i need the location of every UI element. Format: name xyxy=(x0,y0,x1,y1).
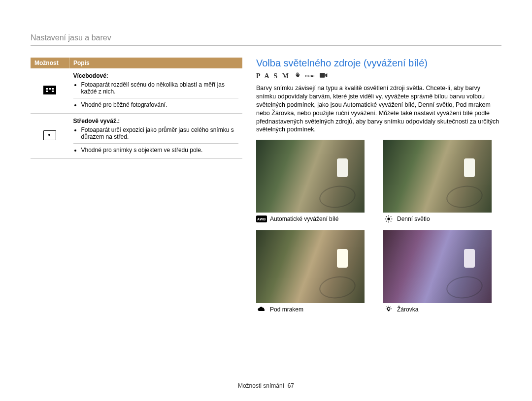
svg-point-1 xyxy=(387,218,390,220)
sample-cloud: Pod mrakem xyxy=(256,230,374,313)
opt-title: Vícebodové: xyxy=(73,72,108,79)
hand-icon xyxy=(294,72,301,80)
body-text: Barvy snímku závisejí na typu a kvalitě … xyxy=(256,84,501,134)
multi-metering-icon xyxy=(43,86,56,94)
sample-preview xyxy=(256,140,365,213)
opt-bullet: Vhodné pro snímky s objektem ve středu p… xyxy=(81,147,239,154)
table-row: Středově vyváž.: Fotoaparát určí expozic… xyxy=(31,114,242,159)
page-footer: Možnosti snímání 67 xyxy=(0,382,532,389)
svg-line-16 xyxy=(390,307,391,307)
sample-preview xyxy=(256,230,365,303)
center-metering-icon xyxy=(43,130,56,140)
svg-point-10 xyxy=(387,308,390,310)
sample-preview xyxy=(383,140,492,213)
awb-icon: AWB xyxy=(256,216,267,222)
bulb-icon xyxy=(383,306,394,313)
opt-bullet: Fotoaparát určí expozici jako průměr jas… xyxy=(81,126,239,140)
footer-label: Možnosti snímání xyxy=(238,382,284,389)
sample-label: Denní světlo xyxy=(397,216,430,222)
cloud-icon xyxy=(256,306,267,313)
center-metering-icon-cell xyxy=(31,114,69,159)
center-metering-desc: Středově vyváž.: Fotoaparát určí expozic… xyxy=(69,114,243,159)
svg-line-6 xyxy=(386,216,387,217)
opt-title: Středově vyváž.: xyxy=(73,118,120,124)
svg-line-8 xyxy=(386,221,387,221)
table-row: Vícebodové: Fotoaparát rozdělí scénu do … xyxy=(31,68,242,114)
mode-row: P A S M DUAL xyxy=(256,72,501,80)
mode-pasm: P A S M xyxy=(256,72,290,80)
th-desc: Popis xyxy=(69,58,243,68)
svg-rect-11 xyxy=(388,310,390,311)
section-heading: Volba světelného zdroje (vyvážení bílé) xyxy=(256,58,501,69)
svg-line-15 xyxy=(386,307,387,307)
mode-dual: DUAL xyxy=(305,74,316,78)
metering-table: Možnost Popis Vícebodové: Fotoaparát roz… xyxy=(31,58,242,313)
sample-awb: AWB Automatické vyvážení bílé xyxy=(256,140,374,222)
multi-metering-icon-cell xyxy=(31,68,69,114)
sample-day: Denní světlo xyxy=(383,140,501,222)
opt-bullet: Fotoaparát rozdělí scénu do několika obl… xyxy=(81,81,239,95)
svg-rect-0 xyxy=(320,73,325,77)
sample-preview xyxy=(383,230,492,303)
th-option: Možnost xyxy=(31,58,69,68)
opt-bullet: Vhodné pro běžné fotografování. xyxy=(81,101,239,108)
sample-label: Automatické vyvážení bílé xyxy=(270,216,338,222)
sample-bulb: Žárovka xyxy=(383,230,501,313)
sun-icon xyxy=(383,216,394,222)
svg-line-9 xyxy=(391,216,391,217)
sample-label: Žárovka xyxy=(397,306,418,313)
wb-sample-grid: AWB Automatické vyvážení bílé Denní svět… xyxy=(256,140,501,313)
video-icon xyxy=(320,72,328,80)
multi-metering-desc: Vícebodové: Fotoaparát rozdělí scénu do … xyxy=(69,68,243,114)
breadcrumb: Nastavení jasu a barev xyxy=(31,33,501,46)
footer-page: 67 xyxy=(288,382,294,389)
svg-line-7 xyxy=(391,221,391,221)
sample-label: Pod mrakem xyxy=(270,306,303,313)
